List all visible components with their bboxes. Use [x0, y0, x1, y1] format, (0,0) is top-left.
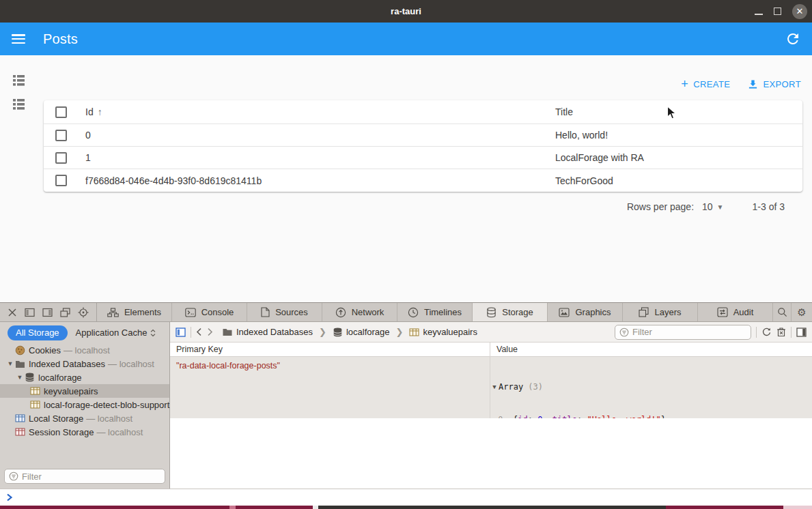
posts-table: Id ↑ Title 0 Hello, world! 1 LocalForage… — [44, 100, 802, 192]
table-row[interactable]: f7668d84-046e-4d4b-93f0-8d619c81411b Tec… — [44, 169, 802, 192]
tab-graphics[interactable]: Graphics — [548, 303, 623, 321]
table-header-row: Id ↑ Title — [44, 100, 802, 124]
select-all-checkbox[interactable] — [55, 106, 67, 118]
row-checkbox[interactable] — [55, 152, 67, 164]
tab-network[interactable]: Network — [322, 303, 397, 321]
sort-asc-icon[interactable]: ↑ — [98, 106, 102, 117]
storage-navbar: Indexed Databases ❯ localforage ❯ keyval… — [170, 322, 812, 343]
tab-sources[interactable]: Sources — [247, 303, 322, 321]
cell-id: 1 — [78, 152, 555, 163]
menu-icon[interactable] — [12, 34, 25, 44]
row-checkbox[interactable] — [55, 175, 67, 186]
table-row[interactable]: 1 LocalForage with RA — [44, 147, 802, 169]
column-header-id[interactable]: Id — [85, 106, 94, 117]
close-button[interactable]: ✕ — [792, 4, 807, 19]
table-row[interactable]: 0 Hello, world! — [44, 124, 802, 147]
column-value[interactable]: Value — [490, 345, 812, 354]
gear-icon[interactable]: ⚙ — [792, 303, 812, 321]
database-icon — [333, 328, 343, 337]
toggle-sidebar-icon[interactable] — [176, 328, 186, 337]
tab-console[interactable]: Console — [172, 303, 247, 321]
tab-storage[interactable]: Storage — [473, 303, 548, 321]
column-primary-key[interactable]: Primary Key — [170, 343, 490, 356]
expand-arrow-icon[interactable]: ▼ — [15, 374, 25, 381]
list-view-icon[interactable] — [13, 75, 25, 86]
breadcrumb-localforage[interactable]: localforage — [333, 327, 390, 337]
tab-timelines[interactable]: Timelines — [397, 303, 473, 321]
list-view-icon[interactable] — [13, 99, 25, 110]
all-storage-button[interactable]: All Storage — [8, 325, 68, 340]
table-icon — [15, 428, 25, 436]
inspect-element-icon[interactable] — [78, 307, 89, 318]
divider — [756, 327, 757, 338]
sidebar-item-keyvaluepairs[interactable]: keyvaluepairs — [0, 384, 169, 398]
minimize-button[interactable] — [755, 14, 763, 15]
chevron-down-icon: ▼ — [717, 203, 724, 211]
database-icon — [25, 373, 35, 382]
content-filter-input[interactable] — [632, 327, 746, 337]
breadcrumb-keyvaluepairs[interactable]: keyvaluepairs — [409, 327, 477, 337]
download-icon — [748, 79, 758, 89]
divider — [791, 327, 792, 338]
table-icon — [15, 414, 25, 422]
toggle-details-panel-icon[interactable] — [796, 328, 807, 337]
dock-left-icon[interactable] — [25, 308, 35, 317]
filter-icon — [619, 328, 629, 337]
column-header-title[interactable]: Title — [555, 106, 802, 117]
main-content: + CREATE EXPORT Id ↑ Title 0 — [0, 55, 812, 302]
storage-content: Indexed Databases ❯ localforage ❯ keyval… — [170, 322, 812, 489]
storage-grid-empty — [170, 418, 812, 489]
layers-icon — [639, 307, 649, 317]
page-title: Posts — [43, 31, 78, 47]
trash-icon[interactable] — [776, 327, 786, 337]
sidebar-item-localforage[interactable]: ▼ localforage — [0, 370, 169, 384]
table-icon — [409, 328, 419, 336]
sidebar-item-cookies[interactable]: Cookies — localhost — [0, 343, 169, 357]
storage-grid-row[interactable]: "ra-data-local-forage-posts" ▼Array (3) … — [170, 357, 812, 418]
cell-title: TechForGood — [555, 175, 802, 186]
sidebar-filter — [4, 469, 165, 484]
undock-icon[interactable] — [60, 308, 70, 317]
content-filter — [615, 325, 751, 340]
back-icon[interactable] — [196, 328, 202, 336]
create-button[interactable]: + CREATE — [681, 78, 730, 90]
bottom-edge-strip — [0, 506, 812, 509]
graphics-icon — [559, 308, 570, 317]
sources-icon — [261, 307, 270, 317]
folder-icon — [222, 328, 233, 336]
quick-console[interactable] — [0, 489, 812, 506]
sidebar-scope-bar: All Storage Application Cache — [0, 322, 169, 343]
tab-layers[interactable]: Layers — [623, 303, 698, 321]
sidebar-item-local-forage-detect-blob-support[interactable]: local-forage-detect-blob-support — [0, 398, 169, 411]
expand-arrow-icon[interactable]: ▼ — [5, 360, 15, 367]
elements-icon — [107, 308, 119, 317]
reload-icon[interactable] — [761, 327, 772, 337]
sidebar-item-indexed-databases[interactable]: ▼ Indexed Databases — localhost — [0, 357, 169, 370]
breadcrumb-separator: ❯ — [396, 327, 404, 337]
tab-audit[interactable]: Audit — [698, 303, 773, 321]
appbar: Posts — [0, 23, 812, 55]
tab-elements[interactable]: Elements — [97, 303, 172, 321]
sidebar-filter-input[interactable] — [22, 471, 160, 482]
forward-icon[interactable] — [207, 328, 213, 336]
network-icon — [335, 307, 346, 318]
refresh-icon[interactable] — [785, 31, 801, 47]
devtools-tabbar: Elements Console Sources Network Timelin… — [0, 303, 812, 322]
sidebar-item-local-storage[interactable]: Local Storage — localhost — [0, 411, 169, 425]
devtools-panel: Elements Console Sources Network Timelin… — [0, 302, 812, 509]
breadcrumb-indexed-databases[interactable]: Indexed Databases — [222, 327, 313, 337]
devtools-body: All Storage Application Cache Cookies — … — [0, 322, 812, 489]
collapse-arrow-icon[interactable]: ▼ — [490, 381, 499, 392]
sidebar-item-session-storage[interactable]: Session Storage — localhost — [0, 425, 169, 439]
storage-type-select[interactable]: Application Cache — [76, 328, 156, 338]
storage-grid-header: Primary Key Value — [170, 343, 812, 357]
maximize-button[interactable] — [774, 8, 781, 15]
export-button[interactable]: EXPORT — [748, 78, 801, 90]
search-icon[interactable] — [773, 303, 792, 321]
titlebar: ra-tauri ✕ — [0, 0, 812, 23]
plus-icon: + — [681, 78, 688, 90]
close-devtools-icon[interactable] — [8, 308, 17, 317]
rows-per-page-select[interactable]: 10 ▼ — [702, 201, 723, 212]
dock-right-icon[interactable] — [42, 308, 53, 317]
row-checkbox[interactable] — [55, 130, 67, 141]
